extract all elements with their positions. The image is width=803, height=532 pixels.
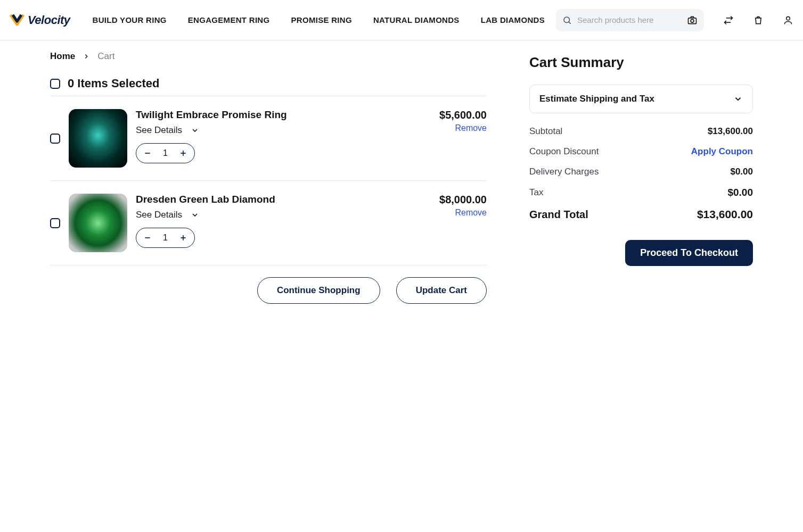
cart-item: Dresden Green Lab Diamond See Details 1 <box>50 181 487 265</box>
increase-qty-button[interactable] <box>177 147 189 159</box>
chevron-down-icon <box>191 211 199 219</box>
breadcrumb-cart: Cart <box>97 51 114 62</box>
chevron-down-icon <box>191 126 199 135</box>
nav-lab-diamonds[interactable]: LAB DIAMONDS <box>481 15 545 24</box>
svg-point-0 <box>564 17 570 23</box>
cart-left-column: Home Cart 0 Items Selected Twilight Embr… <box>50 51 487 304</box>
svg-line-1 <box>569 22 570 23</box>
search-box[interactable] <box>556 9 704 31</box>
item-checkbox[interactable] <box>50 218 60 228</box>
cart-actions-row: Continue Shopping Update Cart <box>50 277 487 304</box>
svg-point-3 <box>691 19 694 22</box>
brand-name: Velocity <box>28 13 70 27</box>
see-details-label: See Details <box>136 125 182 136</box>
remove-item-link[interactable]: Remove <box>455 208 487 218</box>
chevron-down-icon <box>733 94 743 104</box>
tax-value: $0.00 <box>727 187 753 198</box>
nav-engagement-ring[interactable]: ENGAGEMENT RING <box>188 15 270 24</box>
delivery-label: Delivery Charges <box>529 167 599 177</box>
quantity-stepper: 1 <box>136 143 195 163</box>
remove-item-link[interactable]: Remove <box>455 123 487 133</box>
user-icon[interactable] <box>783 15 793 26</box>
breadcrumb-home[interactable]: Home <box>50 51 75 62</box>
quantity-value: 1 <box>163 148 168 158</box>
select-all-checkbox[interactable] <box>50 79 60 89</box>
page-body: Home Cart 0 Items Selected Twilight Embr… <box>0 40 803 304</box>
subtotal-value: $13,600.00 <box>708 126 753 137</box>
see-details-label: See Details <box>136 210 182 220</box>
cart-summary-panel: Cart Summary Estimate Shipping and Tax S… <box>529 51 753 304</box>
see-details-toggle[interactable]: See Details <box>136 210 409 220</box>
quantity-value: 1 <box>163 233 168 243</box>
decrease-qty-button[interactable] <box>142 232 153 244</box>
logo-mark-icon <box>10 14 24 27</box>
items-selected-label: 0 Items Selected <box>68 77 159 90</box>
site-header: Velocity BUILD YOUR RING ENGAGEMENT RING… <box>0 0 803 40</box>
search-input[interactable] <box>577 15 687 24</box>
svg-rect-2 <box>689 18 697 23</box>
grand-total-label: Grand Total <box>529 209 588 221</box>
cart-item: Twilight Embrace Promise Ring See Detail… <box>50 96 487 181</box>
breadcrumb: Home Cart <box>50 51 487 62</box>
shopping-bag-icon[interactable] <box>753 15 764 26</box>
summary-title: Cart Summary <box>529 54 753 71</box>
nav-natural-diamonds[interactable]: NATURAL DIAMONDS <box>373 15 460 24</box>
summary-subtotal-row: Subtotal $13,600.00 <box>529 126 753 137</box>
camera-icon[interactable] <box>687 15 698 26</box>
estimate-shipping-label: Estimate Shipping and Tax <box>539 94 654 104</box>
continue-shopping-button[interactable]: Continue Shopping <box>257 277 380 304</box>
estimate-shipping-toggle[interactable]: Estimate Shipping and Tax <box>529 85 753 113</box>
select-all-row: 0 Items Selected <box>50 77 487 96</box>
item-price: $8,000.00 <box>439 194 487 206</box>
product-title[interactable]: Twilight Embrace Promise Ring <box>136 109 409 121</box>
delivery-value: $0.00 <box>730 167 753 177</box>
compare-icon[interactable] <box>723 15 734 26</box>
decrease-qty-button[interactable] <box>142 147 153 159</box>
svg-point-4 <box>786 16 790 20</box>
see-details-toggle[interactable]: See Details <box>136 125 409 136</box>
summary-coupon-row: Coupon Discount Apply Coupon <box>529 146 753 157</box>
summary-grand-total-row: Grand Total $13,600.00 <box>529 208 753 221</box>
coupon-label: Coupon Discount <box>529 146 599 157</box>
item-price: $5,600.00 <box>439 109 487 121</box>
apply-coupon-link[interactable]: Apply Coupon <box>691 146 753 157</box>
product-image[interactable] <box>69 109 127 168</box>
brand-logo[interactable]: Velocity <box>10 13 70 27</box>
chevron-right-icon <box>83 53 90 60</box>
main-nav: BUILD YOUR RING ENGAGEMENT RING PROMISE … <box>93 15 545 24</box>
nav-build-your-ring[interactable]: BUILD YOUR RING <box>93 15 167 24</box>
grand-total-value: $13,600.00 <box>697 208 753 221</box>
subtotal-label: Subtotal <box>529 126 562 137</box>
header-right <box>556 9 793 31</box>
proceed-to-checkout-button[interactable]: Proceed To Checkout <box>625 240 753 266</box>
tax-label: Tax <box>529 187 543 198</box>
nav-promise-ring[interactable]: PROMISE RING <box>291 15 351 24</box>
summary-delivery-row: Delivery Charges $0.00 <box>529 167 753 177</box>
quantity-stepper: 1 <box>136 228 195 248</box>
item-checkbox[interactable] <box>50 134 60 144</box>
update-cart-button[interactable]: Update Cart <box>396 277 487 304</box>
search-icon <box>562 15 572 25</box>
summary-tax-row: Tax $0.00 <box>529 187 753 198</box>
product-image[interactable] <box>69 194 127 252</box>
product-title[interactable]: Dresden Green Lab Diamond <box>136 194 409 205</box>
increase-qty-button[interactable] <box>177 232 189 244</box>
